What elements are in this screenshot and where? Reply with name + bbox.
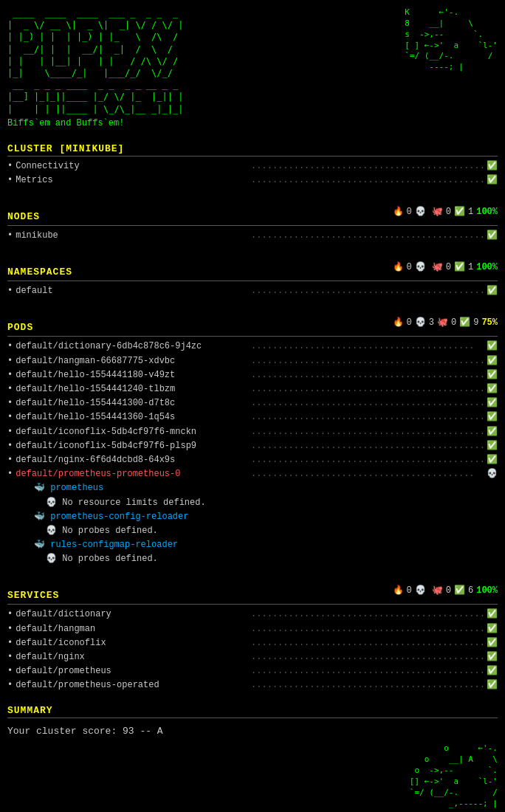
bullet-icon: • [7, 678, 13, 692]
dots: ........................................… [251, 410, 487, 424]
fire-count: 0 [407, 207, 412, 217]
ghost-icon: 🐙 [432, 206, 443, 217]
warn-icon: 💀 [46, 498, 57, 508]
dots: ........................................… [251, 382, 487, 396]
status-icon: ✅ [487, 410, 498, 424]
ok-icon: ✅ [459, 317, 470, 328]
bullet-icon: • [7, 229, 13, 243]
namespaces-section: NAMESPACES 🔥 0 💀 🐙 0 ✅ 1 100% • default … [7, 255, 498, 298]
status-icon: ✅ [487, 396, 498, 410]
skull-icon: 💀 [415, 585, 426, 596]
item-name: default/dictionary-6db4c878c6-9j4zc [16, 340, 251, 354]
pod-sub-item: 🐳 rules-configmap-reloader [7, 538, 498, 552]
dots: ........................................… [251, 453, 487, 467]
list-item: • default/hangman-66687775-xdvbc .......… [7, 354, 498, 368]
pod-sub-item: 🐳 prometheus-config-reloader [7, 510, 498, 524]
pct-label: 100% [476, 207, 498, 217]
logo-right: K ←'-. 8 __| \ s ->,-- `. [ ] ←->' a `l-… [380, 7, 498, 73]
bullet-icon: • [7, 354, 13, 368]
bullet-icon: • [7, 664, 13, 678]
status-icon: ✅ [487, 636, 498, 650]
item-name: default/prometheus-operated [16, 678, 251, 692]
dots: ........................................… [251, 340, 487, 354]
list-item: • default/prometheus ...................… [7, 664, 498, 678]
pods-header-row: PODS 🔥 0 💀 3 🐙 0 ✅ 9 75% [7, 310, 498, 334]
namespaces-badges: 🔥 0 💀 🐙 0 ✅ 1 100% [393, 261, 498, 272]
ok-count: 1 [468, 262, 473, 272]
status-icon: ✅ [487, 354, 498, 368]
item-name: default [16, 284, 251, 298]
pods-badges: 🔥 0 💀 3 🐙 0 ✅ 9 75% [393, 317, 498, 328]
bullet-icon: • [7, 622, 13, 636]
bullet-icon: • [7, 382, 13, 396]
list-item: • default/hello-1554441360-1q54s .......… [7, 410, 498, 424]
list-item: • default/hangman ......................… [7, 622, 498, 636]
services-badges: 🔥 0 💀 🐙 0 ✅ 6 100% [393, 585, 498, 596]
status-icon: ✅ [487, 368, 498, 382]
item-name: default/iconoflix-5db4cf97f6-plsp9 [16, 439, 251, 453]
dots: ........................................… [251, 173, 487, 187]
ghost-count: 0 [446, 262, 451, 272]
bullet-icon: • [7, 284, 13, 298]
cluster-section: CLUSTER [MINIKUBE] • Connectivity ......… [7, 143, 498, 187]
namespaces-header-row: NAMESPACES 🔥 0 💀 🐙 0 ✅ 1 100% [7, 255, 498, 279]
nodes-header: NODES [7, 211, 40, 222]
status-icon: ✅ [487, 439, 498, 453]
item-name: default/hello-1554441300-d7t8c [16, 396, 251, 410]
status-icon: ✅ [487, 664, 498, 678]
cluster-divider [7, 156, 498, 156]
dots: ........................................… [251, 396, 487, 410]
item-name: default/nginx [16, 650, 251, 664]
namespaces-header: NAMESPACES [7, 266, 72, 278]
summary-divider [7, 718, 498, 718]
status-icon: ✅ [487, 159, 498, 173]
bullet-icon: • [7, 636, 13, 650]
logo-left: ____ ____ ____ ___ _ _ _ _ | _ \/ __ \| … [7, 7, 183, 128]
bullet-icon: • [7, 453, 13, 467]
fire-icon: 🔥 [393, 585, 404, 596]
summary-ascii-art: o ←'-. o __| A \ o ->,-- `. [] ←->' a `l… [375, 721, 498, 812]
ok-icon: ✅ [454, 261, 465, 272]
item-name: default/hangman-66687775-xdvbc [16, 354, 251, 368]
skull-icon: 💀 [415, 261, 426, 272]
pct-label: 100% [476, 262, 498, 272]
fire-icon: 🔥 [393, 317, 404, 328]
ghost-icon: 🐙 [432, 585, 443, 596]
ok-count: 6 [468, 585, 473, 596]
bullet-icon: • [7, 439, 13, 453]
list-item: • default/nginx ........................… [7, 650, 498, 664]
dots: ........................................… [251, 425, 487, 439]
nodes-section: NODES 🔥 0 💀 🐙 0 ✅ 1 100% • minikube ....… [7, 199, 498, 243]
ok-count: 1 [468, 207, 473, 217]
fire-count: 0 [407, 262, 412, 272]
ok-icon: ✅ [454, 585, 465, 596]
item-name: default/hello-1554441360-1q54s [16, 410, 251, 424]
summary-header: SUMMARY [7, 705, 498, 716]
header: ____ ____ ____ ___ _ _ _ _ | _ \/ __ \| … [7, 7, 498, 128]
dots: ........................................… [251, 467, 487, 481]
item-name: default/hangman [16, 622, 251, 636]
list-item: • minikube .............................… [7, 229, 498, 243]
pct-label: 100% [476, 585, 498, 596]
item-name: minikube [16, 229, 251, 243]
skull-icon: 💀 [415, 317, 426, 328]
status-icon: ✅ [487, 382, 498, 396]
dots: ........................................… [251, 439, 487, 453]
item-name: default/hello-1554441240-tlbzm [16, 382, 251, 396]
status-icon: 💀 [487, 467, 498, 481]
fire-count: 0 [407, 585, 412, 596]
item-name: default/prometheus [16, 664, 251, 678]
pod-sub-item: 🐳 prometheus [7, 481, 498, 495]
item-name: Metrics [16, 173, 251, 187]
services-divider [7, 604, 498, 605]
summary-section: SUMMARY Your cluster score: 93 -- A o ←'… [7, 705, 498, 812]
list-item: • default/iconoflix ....................… [7, 636, 498, 650]
ok-count: 9 [473, 317, 478, 328]
ghost-count: 0 [446, 207, 451, 217]
cluster-header: CLUSTER [MINIKUBE] [7, 143, 498, 154]
bullet-icon: • [7, 340, 13, 354]
list-item: • default ..............................… [7, 284, 498, 298]
fire-icon: 🔥 [393, 261, 404, 272]
status-icon: ✅ [487, 229, 498, 243]
bullet-icon: • [7, 159, 13, 173]
